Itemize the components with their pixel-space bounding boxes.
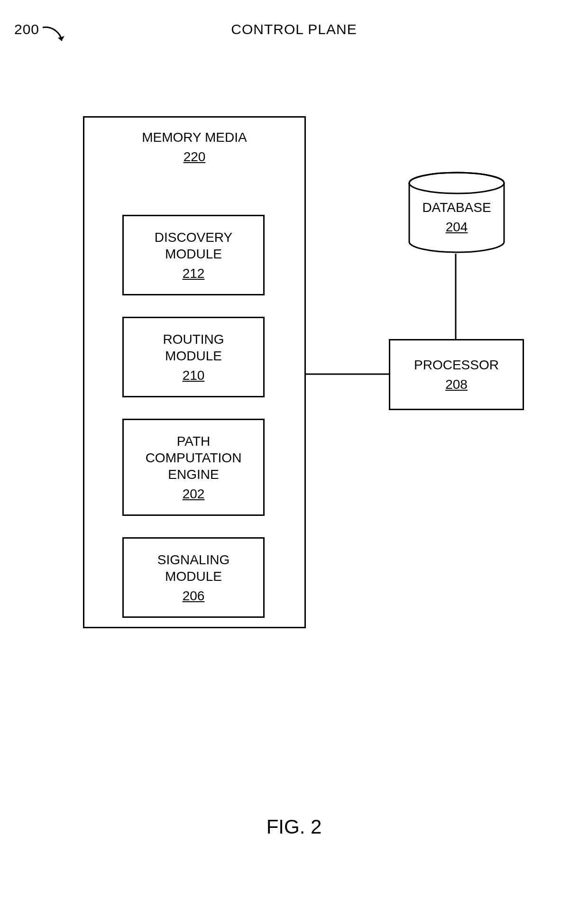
path-computation-engine-label: PATHCOMPUTATIONENGINE 202	[146, 433, 242, 502]
routing-module-box: ROUTINGMODULE 210	[122, 317, 265, 397]
database-ref: 204	[446, 219, 468, 235]
routing-module-ref: 210	[183, 367, 205, 384]
path-computation-engine-ref: 202	[183, 486, 205, 502]
connector-processor-to-database	[454, 254, 457, 339]
figure-caption: FIG. 2	[0, 816, 588, 838]
connector-memory-to-processor	[306, 373, 389, 376]
signaling-module-ref: 206	[183, 587, 205, 604]
processor-label: PROCESSOR 208	[414, 357, 499, 393]
discovery-module-label: DISCOVERYMODULE 212	[155, 229, 232, 282]
processor-ref: 208	[445, 376, 468, 393]
database-label: DATABASE 204	[407, 199, 506, 235]
processor-box: PROCESSOR 208	[389, 339, 524, 410]
signaling-module-box: SIGNALINGMODULE 206	[122, 537, 265, 618]
memory-media-label: MEMORY MEDIA 220	[84, 129, 304, 165]
memory-media-box: MEMORY MEDIA 220 DISCOVERYMODULE 212 ROU…	[83, 116, 306, 628]
diagram-canvas: 200 CONTROL PLANE MEMORY MEDIA 220 DISCO…	[0, 0, 588, 899]
path-computation-engine-box: PATHCOMPUTATIONENGINE 202	[122, 419, 265, 516]
routing-module-label: ROUTINGMODULE 210	[163, 331, 224, 384]
discovery-module-box: DISCOVERYMODULE 212	[122, 215, 265, 295]
memory-media-ref: 220	[184, 148, 206, 165]
memory-media-title-text: MEMORY MEDIA	[142, 130, 247, 145]
discovery-module-ref: 212	[183, 265, 205, 282]
signaling-module-label: SIGNALINGMODULE 206	[157, 551, 230, 604]
diagram-title: CONTROL PLANE	[0, 21, 588, 37]
